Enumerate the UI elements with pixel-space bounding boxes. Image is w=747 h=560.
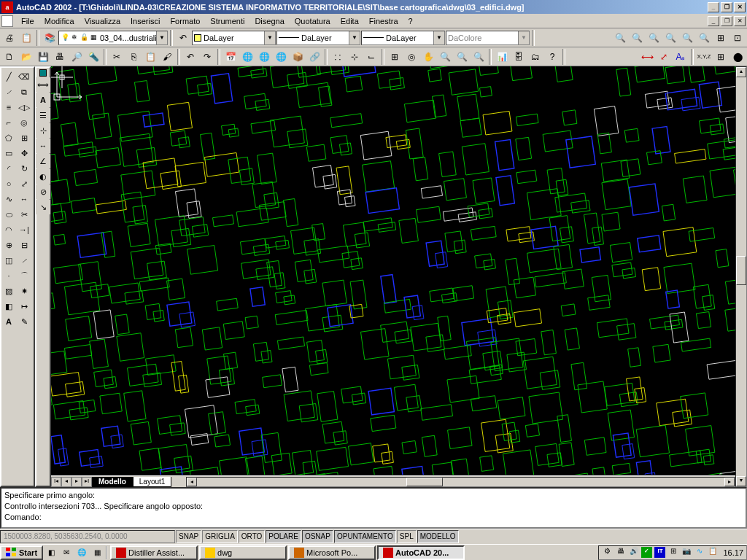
layer-dropdown[interactable]: 💡 ❄ 🔓 ▦ 03_04...dustriali ▼ (58, 31, 168, 45)
scroll-thumb[interactable] (406, 478, 443, 486)
stretch-icon[interactable]: ↔ (17, 192, 31, 206)
color-dropdown[interactable]: DaLayer ▼ (192, 31, 276, 45)
restore-button[interactable]: ❐ (721, 2, 732, 12)
etransmit-icon[interactable]: 📦 (290, 49, 306, 65)
tray-icon[interactable]: 📷 (681, 547, 692, 558)
menu-formato[interactable]: Formato (165, 15, 205, 27)
current-color-swatch[interactable] (39, 69, 47, 77)
minimize-button[interactable]: _ (708, 2, 719, 12)
tray-icon[interactable]: 🖶 (615, 547, 626, 558)
scroll-up-icon[interactable]: ▴ (736, 67, 746, 77)
mdi-close-button[interactable]: ✕ (734, 16, 746, 26)
lineweight-dropdown[interactable]: DaLayer ▼ (361, 31, 445, 45)
trim-icon[interactable]: ✂ (17, 207, 31, 222)
close-button[interactable]: ✕ (734, 2, 746, 12)
menu-help[interactable]: ? (403, 15, 418, 27)
tray-icon[interactable]: 📋 (707, 547, 718, 558)
match-props-icon[interactable]: 🖌 (159, 49, 175, 65)
lwt-toggle[interactable]: SPL (397, 530, 417, 543)
tab-prev-icon[interactable]: ◂ (61, 477, 71, 487)
print-icon[interactable]: 🖶 (52, 49, 68, 65)
circle-icon[interactable]: ○ (1, 176, 16, 191)
tab-model[interactable]: Modello (92, 477, 133, 487)
today-icon[interactable]: 📅 (222, 49, 239, 65)
save-icon[interactable]: 💾 (35, 49, 51, 65)
dim-dia-icon[interactable]: ⊘ (36, 184, 50, 199)
open-icon[interactable]: 📂 (18, 49, 34, 65)
chevron-down-icon[interactable]: ▼ (349, 31, 360, 44)
multiline-icon[interactable]: ≡ (1, 100, 16, 114)
menu-file[interactable]: File (16, 15, 39, 27)
rectangle-icon[interactable]: ▭ (1, 146, 16, 160)
publish-icon[interactable]: 🌐 (273, 49, 289, 65)
ellipse-icon[interactable]: ⬭ (1, 207, 16, 222)
layer-manager-icon[interactable]: 📋 (18, 30, 34, 46)
list-icon[interactable]: ☰ (36, 108, 50, 122)
point-icon[interactable]: · (1, 268, 16, 283)
tray-icon[interactable]: 🔊 (628, 547, 639, 558)
scroll-thumb[interactable] (736, 256, 746, 285)
paste-icon[interactable]: 📋 (142, 49, 158, 65)
copy-icon[interactable]: ⎘ (125, 49, 142, 65)
zoom-all-icon[interactable]: ⊞ (713, 30, 729, 46)
chamfer-icon[interactable]: ⟋ (17, 253, 31, 268)
named-views-icon[interactable]: ⊞ (387, 49, 403, 65)
zoom-out-icon[interactable]: 🔍 (662, 30, 678, 46)
xyz-filter-icon[interactable]: X,Y,Z (696, 49, 712, 65)
menu-edita[interactable]: Edita (336, 15, 364, 27)
rotate-icon[interactable]: ↻ (17, 161, 31, 176)
linetype-dropdown[interactable]: DaLayer ▼ (276, 31, 360, 45)
extend-icon[interactable]: →| (17, 222, 31, 237)
autodesk-icon[interactable]: 🌐 (239, 49, 255, 65)
break-icon[interactable]: ⊟ (17, 238, 31, 252)
mirror-icon[interactable]: ◁▷ (17, 100, 31, 114)
layer-previous-icon[interactable]: ↶ (175, 30, 191, 46)
render-icon[interactable]: ⬤ (729, 49, 746, 65)
zoom-rt2-icon[interactable]: 🔍 (437, 49, 453, 65)
hyperlink-icon[interactable]: 🔗 (306, 49, 322, 65)
dim-ang-icon[interactable]: ∠ (36, 154, 50, 168)
osnap-toggle[interactable]: OSNAP (302, 530, 333, 543)
menu-strumenti[interactable]: Strumenti (205, 15, 249, 27)
layers-icon[interactable]: 📚 (42, 30, 58, 46)
scroll-down-icon[interactable]: ▾ (736, 476, 746, 486)
mdi-minimize-button[interactable]: _ (708, 16, 719, 26)
tray-icon[interactable]: ⊞ (667, 547, 678, 558)
tray-icon[interactable]: ✓ (641, 547, 652, 558)
insert-block-icon[interactable]: ⊕ (1, 238, 16, 252)
polygon-icon[interactable]: ⬠ (1, 131, 16, 145)
taskbar-task[interactable]: Microsoft Po... (288, 545, 376, 560)
quicklaunch-1-icon[interactable]: ◧ (44, 545, 58, 560)
cut-icon[interactable]: ✂ (109, 49, 125, 65)
command-line[interactable]: Specificare primo angolo: Controllo inte… (0, 487, 747, 529)
menu-visualizza[interactable]: Visualizza (80, 15, 125, 27)
dim-aligned-icon[interactable]: ⤢ (656, 49, 672, 65)
new-icon[interactable]: 🗋 (1, 49, 18, 65)
meetnow-icon[interactable]: 🌐 (256, 49, 272, 65)
offset-icon[interactable]: ◎ (17, 115, 31, 130)
scroll-left-icon[interactable]: ◂ (187, 478, 197, 486)
temp-track-icon[interactable]: ⊹ (347, 49, 363, 65)
undo-icon[interactable]: ↶ (182, 49, 198, 65)
dim-linear-icon[interactable]: ⟷ (639, 49, 655, 65)
start-button[interactable]: Start (0, 545, 43, 560)
copy-object-icon[interactable]: ⧉ (17, 85, 31, 99)
zoom-extents-icon[interactable]: 🔍 (696, 30, 712, 46)
grid-toggle[interactable]: GRIGLIA (202, 530, 238, 543)
fillet-icon[interactable]: ⌒ (17, 268, 31, 283)
zoom-in-icon[interactable]: 🔍 (646, 30, 662, 46)
arc-icon[interactable]: ◜ (1, 161, 16, 176)
tab-last-icon[interactable]: ▸I (82, 477, 92, 487)
zoom-scale-icon[interactable]: ⊡ (729, 30, 746, 46)
area-icon[interactable]: A (36, 93, 50, 107)
mtext-icon[interactable]: A (1, 314, 16, 329)
help-icon[interactable]: ? (544, 49, 560, 65)
tab-layout1[interactable]: Layout1 (133, 477, 172, 487)
redo-icon[interactable]: ↷ (199, 49, 215, 65)
menu-quotatura[interactable]: Quotatura (290, 15, 336, 27)
construction-line-icon[interactable]: ⟋ (1, 85, 16, 99)
quicklaunch-4-icon[interactable]: ▦ (90, 545, 104, 560)
otrack-toggle[interactable]: OPUNTAMENTO (334, 530, 396, 543)
preview-icon[interactable]: 🔎 (69, 49, 85, 65)
horizontal-scrollbar[interactable]: ◂ ▸ (186, 477, 735, 487)
